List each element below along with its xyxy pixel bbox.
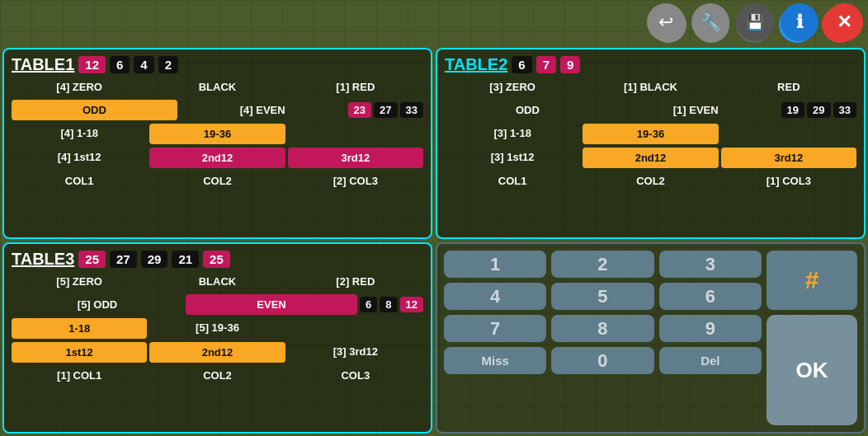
table2-header: TABLE2 6 7 9 (445, 55, 856, 74)
t2-3rd12[interactable]: 3rd12 (721, 148, 856, 168)
t1-zero[interactable]: [4] ZERO (12, 77, 147, 96)
t2-black[interactable]: [1] BLACK (583, 77, 718, 96)
t1-even[interactable]: [4] EVEN (180, 100, 346, 120)
t2-r2: ODD [1] EVEN 19 29 33 (445, 100, 856, 120)
t3-zero[interactable]: [5] ZERO (12, 272, 147, 291)
badge-23: 23 (348, 102, 371, 118)
key-5[interactable]: 5 (551, 283, 653, 310)
t3-r5: [1] COL1 COL2 COL3 (12, 366, 423, 385)
settings-button[interactable]: 🔧 (691, 3, 729, 41)
t2-n6: 6 (512, 56, 531, 73)
key-del[interactable]: Del (659, 347, 762, 374)
badge-12: 12 (400, 297, 423, 312)
t2-red[interactable]: RED (721, 77, 856, 96)
t3-r3-empty (288, 318, 423, 339)
toolbar: ↩ 🔧 💾 ℹ ✕ (647, 3, 863, 41)
t2-r1: [3] ZERO [1] BLACK RED (445, 77, 856, 96)
t3-1st12[interactable]: 1st12 (12, 342, 147, 363)
t3-r2: [5] ODD EVEN 6 8 12 (12, 294, 423, 315)
save-button[interactable]: 💾 (736, 3, 774, 41)
t2-n7: 7 (536, 56, 556, 73)
t2-r3-empty (721, 124, 856, 144)
t3-black[interactable]: BLACK (149, 272, 285, 291)
t1-1-18[interactable]: [4] 1-18 (12, 124, 147, 144)
t3-19-36[interactable]: [5] 19-36 (149, 318, 285, 339)
t2-zero[interactable]: [3] ZERO (445, 77, 580, 96)
t1-3rd12[interactable]: 3rd12 (288, 148, 423, 168)
t3-even[interactable]: EVEN (186, 294, 357, 315)
key-1[interactable]: 1 (444, 251, 546, 278)
t2-even[interactable]: [1] EVEN (613, 100, 779, 120)
key-miss[interactable]: Miss (444, 347, 546, 374)
table2-title: TABLE2 (445, 55, 507, 74)
t2-col1[interactable]: COL1 (445, 171, 580, 190)
table1-header: TABLE1 12 6 4 2 (12, 55, 423, 74)
badge-33b: 33 (833, 102, 856, 118)
ok-button[interactable]: OK (767, 315, 857, 425)
t3-3rd12[interactable]: [3] 3rd12 (288, 342, 423, 363)
t3-1-18[interactable]: 1-18 (12, 318, 147, 339)
t1-r1: [4] ZERO BLACK [1] RED (12, 77, 423, 96)
t2-odd[interactable]: ODD (445, 100, 611, 120)
t1-n4: 4 (134, 56, 153, 73)
table3-panel: TABLE3 25 27 29 21 25 [5] ZERO BLACK [2]… (2, 242, 432, 434)
t3-r4: 1st12 2nd12 [3] 3rd12 (12, 342, 423, 363)
t1-col3[interactable]: [2] COL3 (288, 171, 423, 190)
t3-n29: 29 (141, 251, 168, 268)
t3-odd[interactable]: [5] ODD (12, 294, 183, 315)
t1-black[interactable]: BLACK (149, 77, 285, 96)
table3-header: TABLE3 25 27 29 21 25 (12, 250, 423, 269)
t1-r3: [4] 1-18 19-36 (12, 124, 423, 144)
t3-col1[interactable]: [1] COL1 (12, 366, 147, 385)
badge-27: 27 (374, 102, 397, 118)
t3-r3: 1-18 [5] 19-36 (12, 318, 423, 339)
t2-r4: [3] 1st12 2nd12 3rd12 (445, 148, 856, 168)
t2-n9: 9 (560, 56, 580, 73)
t2-col2[interactable]: COL2 (583, 171, 718, 190)
t2-r3: [3] 1-18 19-36 (445, 124, 856, 144)
t1-r2: ODD [4] EVEN 23 27 33 (12, 100, 423, 120)
t2-1st12[interactable]: [3] 1st12 (445, 148, 580, 168)
numpad-panel: 1 2 3 # 4 5 6 7 8 9 OK Miss 0 Del (436, 242, 866, 434)
key-0[interactable]: 0 (551, 347, 653, 374)
t3-n21: 21 (172, 251, 199, 268)
t1-red[interactable]: [1] RED (288, 77, 423, 96)
t1-n6: 6 (110, 56, 130, 73)
t1-n2: 2 (158, 56, 178, 73)
table1-title: TABLE1 (12, 55, 74, 74)
t3-r1: [5] ZERO BLACK [2] RED (12, 272, 423, 291)
key-3[interactable]: 3 (659, 251, 762, 278)
t3-n25b: 25 (203, 251, 230, 268)
t2-19-36[interactable]: 19-36 (583, 124, 718, 144)
t3-n25a: 25 (78, 251, 106, 268)
t3-col3[interactable]: COL3 (288, 366, 423, 385)
close-button[interactable]: ✕ (825, 3, 863, 41)
t3-red[interactable]: [2] RED (288, 272, 423, 291)
key-6[interactable]: 6 (659, 283, 762, 310)
t3-col2[interactable]: COL2 (149, 366, 285, 385)
t1-19-36[interactable]: 19-36 (149, 124, 285, 144)
t1-r3-empty (288, 124, 423, 144)
info-button[interactable]: ℹ (781, 3, 818, 41)
t1-col1[interactable]: COL1 (12, 171, 147, 190)
table3-title: TABLE3 (12, 250, 74, 269)
back-button[interactable]: ↩ (647, 3, 685, 41)
key-hash[interactable]: # (767, 251, 857, 310)
t1-r5: COL1 COL2 [2] COL3 (12, 171, 423, 190)
t1-r4: [4] 1st12 2nd12 3rd12 (12, 148, 423, 168)
t1-2nd12[interactable]: 2nd12 (149, 148, 285, 168)
t2-1-18[interactable]: [3] 1-18 (445, 124, 580, 144)
badge-33: 33 (400, 102, 423, 118)
badge-29: 29 (807, 102, 830, 118)
key-8[interactable]: 8 (551, 315, 653, 342)
t3-2nd12[interactable]: 2nd12 (149, 342, 285, 363)
key-4[interactable]: 4 (444, 283, 546, 310)
key-9[interactable]: 9 (659, 315, 762, 342)
t1-col2[interactable]: COL2 (149, 171, 285, 190)
t1-1st12[interactable]: [4] 1st12 (12, 148, 147, 168)
t1-odd[interactable]: ODD (12, 100, 177, 120)
t2-2nd12[interactable]: 2nd12 (583, 148, 718, 168)
key-2[interactable]: 2 (551, 251, 653, 278)
key-7[interactable]: 7 (444, 315, 546, 342)
t2-col3[interactable]: [1] COL3 (721, 171, 856, 190)
